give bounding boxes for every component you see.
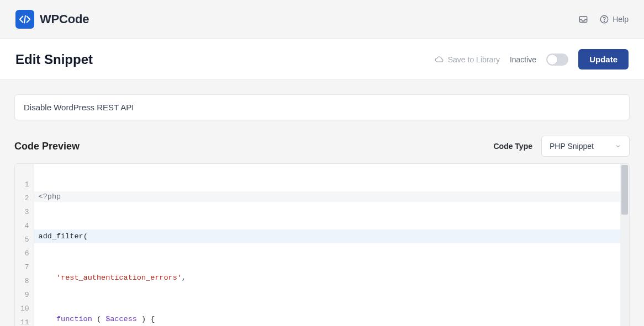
save-to-library-label: Save to Library	[448, 55, 500, 64]
snippet-title-input[interactable]	[14, 94, 630, 120]
scrollbar-track[interactable]	[620, 164, 629, 326]
code-editor[interactable]: 1 2 3 4 5 6 7 8 9 10 11 <?php add_filter…	[14, 163, 630, 326]
code-type-label: Code Type	[493, 142, 532, 151]
save-to-library-button[interactable]: Save to Library	[435, 55, 500, 64]
line-gutter: 1 2 3 4 5 6 7 8 9 10 11	[15, 164, 34, 326]
code-line: function ( $access ) {	[34, 312, 629, 326]
brand: WPCode	[15, 10, 89, 29]
code-line: 'rest_authentication_errors',	[34, 271, 629, 285]
cloud-icon	[435, 55, 444, 64]
code-type-value: PHP Snippet	[550, 142, 594, 151]
active-toggle[interactable]	[546, 54, 568, 66]
help-label: Help	[613, 15, 629, 24]
update-button[interactable]: Update	[578, 49, 629, 70]
chevron-down-icon	[615, 143, 621, 149]
help-link[interactable]: Help	[599, 14, 629, 24]
scrollbar-thumb[interactable]	[621, 165, 628, 215]
brand-name: WPCode	[40, 12, 89, 26]
brand-logo-icon	[15, 10, 34, 29]
code-body[interactable]: <?php add_filter( 'rest_authentication_e…	[34, 164, 629, 326]
help-icon	[599, 14, 609, 24]
code-line: <?php	[34, 191, 629, 202]
page-title: Edit Snippet	[15, 52, 93, 67]
inbox-icon[interactable]	[578, 14, 588, 24]
svg-point-2	[604, 21, 605, 22]
code-line: add_filter(	[34, 229, 629, 243]
code-preview-heading: Code Preview	[14, 141, 80, 152]
status-label: Inactive	[510, 55, 536, 64]
code-type-select[interactable]: PHP Snippet	[541, 136, 630, 157]
